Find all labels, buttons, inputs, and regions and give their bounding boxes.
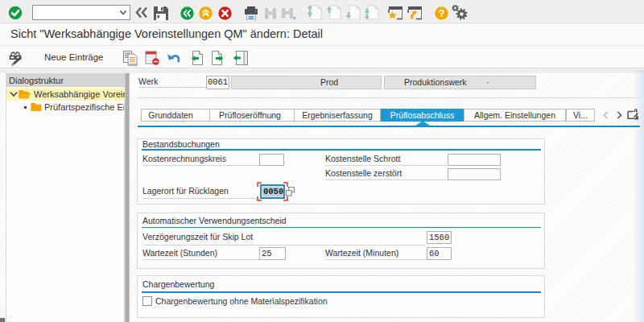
svg-text:?: ? xyxy=(439,8,445,19)
